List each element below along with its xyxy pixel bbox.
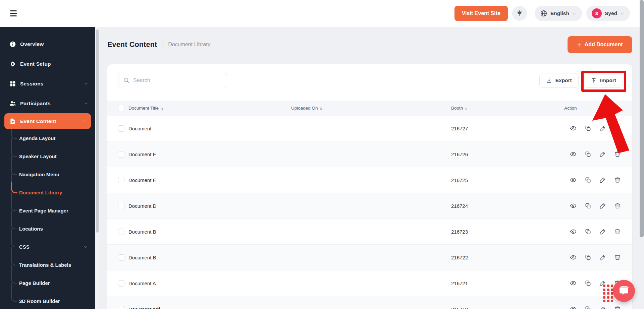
document-title-cell: Document B — [128, 229, 291, 235]
edit-icon[interactable] — [599, 254, 606, 261]
sidebar-nav: OverviewEvent SetupSessionsParticipantsE… — [0, 27, 95, 309]
eye-icon[interactable] — [570, 254, 577, 261]
edit-icon[interactable] — [599, 306, 606, 309]
duplicate-icon[interactable] — [585, 202, 591, 209]
eye-icon[interactable] — [570, 202, 577, 209]
user-menu[interactable]: S Syed — [586, 6, 630, 21]
grid-icon — [9, 80, 16, 87]
sidebar-subitem-label: Event Page Manager — [19, 208, 68, 213]
booth-cell: 216723 — [451, 229, 564, 235]
table-header: Document Title↑↓Uploaded On↑↓Booth↑↓Acti… — [107, 101, 632, 116]
eye-icon[interactable] — [570, 280, 577, 287]
window-scrollbar-thumb[interactable] — [640, 0, 644, 237]
eye-icon[interactable] — [570, 228, 577, 235]
row-checkbox[interactable] — [118, 203, 124, 209]
duplicate-icon[interactable] — [585, 177, 591, 183]
chevron-down-icon — [84, 101, 88, 106]
export-button[interactable]: Export — [539, 73, 579, 88]
eye-icon[interactable] — [570, 306, 577, 309]
duplicate-icon[interactable] — [585, 125, 591, 132]
booth-cell: 216722 — [451, 255, 564, 260]
eye-icon[interactable] — [570, 151, 577, 158]
sidebar-subitem-label: Translations & Labels — [19, 262, 71, 268]
table-row: Document B216723 — [107, 219, 632, 245]
duplicate-icon[interactable] — [585, 306, 591, 309]
duplicate-icon[interactable] — [585, 228, 591, 235]
chat-launcher-button[interactable] — [613, 280, 635, 302]
sort-icon[interactable]: ↑↓ — [160, 106, 163, 110]
sidebar-subitem-3d-room-builder[interactable]: 3D Room Builder — [0, 292, 95, 309]
trash-icon[interactable] — [614, 177, 621, 183]
language-selector[interactable]: English — [535, 6, 582, 21]
sidebar-item-event-content[interactable]: Event Content — [4, 113, 91, 129]
row-checkbox[interactable] — [118, 125, 124, 132]
row-actions — [564, 254, 621, 261]
table-row: Document B216722 — [107, 245, 632, 270]
edit-icon[interactable] — [599, 228, 606, 235]
sidebar-item-sessions[interactable]: Sessions — [0, 74, 95, 94]
sidebar-item-event-setup[interactable]: Event Setup — [0, 54, 95, 74]
upload-icon — [591, 77, 597, 83]
column-label: Document Title — [128, 106, 159, 111]
import-button[interactable]: Import — [584, 73, 623, 88]
sort-icon[interactable]: ↑↓ — [320, 106, 322, 110]
trash-icon[interactable] — [614, 202, 621, 209]
duplicate-icon[interactable] — [585, 254, 591, 261]
add-document-button[interactable]: + Add Document — [568, 36, 632, 53]
row-checkbox[interactable] — [118, 177, 124, 183]
select-all-checkbox[interactable] — [118, 105, 124, 111]
duplicate-icon[interactable] — [585, 280, 591, 287]
row-checkbox[interactable] — [118, 229, 124, 235]
sidebar-item-label: Event Setup — [20, 61, 51, 67]
row-actions — [564, 228, 621, 235]
app-root: Visit Event Site English S Syed Overview… — [0, 0, 644, 309]
column-header-booth[interactable]: Booth↑↓ — [451, 106, 564, 111]
page-head: Event Content | Document Library + Add D… — [107, 34, 632, 55]
page-title: Event Content — [107, 41, 157, 49]
language-label: English — [550, 10, 569, 16]
trash-icon[interactable] — [614, 125, 621, 132]
document-title-cell: Document — [128, 126, 291, 131]
sidebar-item-overview[interactable]: Overview — [0, 34, 95, 54]
row-checkbox[interactable] — [118, 280, 124, 287]
column-header-uploaded-on[interactable]: Uploaded On↑↓ — [291, 106, 451, 111]
column-label: Uploaded On — [291, 106, 318, 111]
drag-handle-dots[interactable] — [603, 285, 613, 302]
lightbulb-icon — [516, 10, 523, 17]
trash-icon[interactable] — [614, 254, 621, 261]
eye-icon[interactable] — [570, 177, 577, 183]
edit-icon[interactable] — [599, 202, 606, 209]
booth-cell: 216727 — [451, 126, 564, 131]
edit-icon[interactable] — [599, 177, 606, 183]
table-row: Document F216726 — [107, 141, 632, 167]
hamburger-menu-icon[interactable] — [10, 10, 17, 16]
sidebar-subitem-label: CSS — [19, 244, 30, 250]
sidebar-scrollbar-thumb[interactable] — [96, 29, 99, 233]
sort-icon[interactable]: ↑↓ — [465, 106, 467, 110]
tips-button[interactable] — [512, 6, 527, 21]
chevron-down-icon — [620, 11, 625, 16]
sidebar-subitem-label: Agenda Layout — [19, 135, 55, 141]
sidebar-item-label: Participants — [20, 101, 51, 107]
column-header-document-title[interactable]: Document Title↑↓ — [128, 106, 291, 111]
trash-icon[interactable] — [614, 306, 621, 309]
user-name: Syed — [605, 10, 617, 16]
eye-icon[interactable] — [570, 125, 577, 132]
chevron-up-icon — [82, 119, 86, 123]
row-actions — [564, 177, 621, 183]
chat-bubble-icon — [618, 285, 630, 297]
row-checkbox[interactable] — [118, 254, 124, 261]
search-input[interactable] — [118, 73, 227, 88]
trash-icon[interactable] — [614, 151, 621, 158]
sidebar-subitem-label: Navigation Menu — [19, 172, 59, 177]
row-checkbox[interactable] — [118, 306, 124, 309]
sidebar-item-participants[interactable]: Participants — [0, 94, 95, 113]
edit-icon[interactable] — [599, 125, 606, 132]
duplicate-icon[interactable] — [585, 151, 591, 158]
sidebar-subitem-navigation-menu[interactable]: Navigation Menu — [0, 165, 95, 183]
visit-event-site-button[interactable]: Visit Event Site — [454, 6, 508, 21]
row-checkbox[interactable] — [118, 151, 124, 158]
edit-icon[interactable] — [599, 151, 606, 158]
row-actions — [564, 306, 621, 309]
trash-icon[interactable] — [614, 228, 621, 235]
